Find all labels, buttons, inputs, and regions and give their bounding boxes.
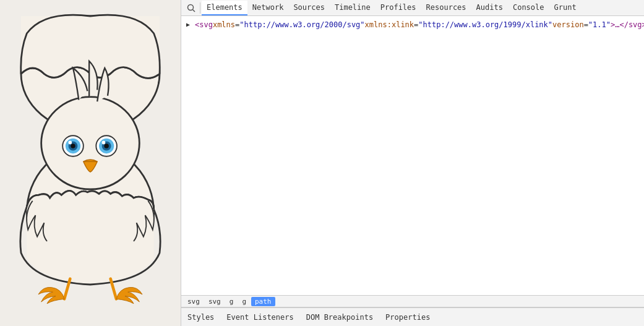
breadcrumb-g-1[interactable]: g	[226, 297, 238, 306]
tab-network[interactable]: Network	[247, 1, 289, 15]
breadcrumb-svg-1[interactable]: svg	[184, 297, 204, 306]
toolbar-separator	[200, 2, 200, 14]
svg-point-2	[41, 97, 140, 189]
breadcrumb-path[interactable]: path	[251, 297, 275, 306]
bottom-tab-styles[interactable]: Styles	[184, 311, 218, 324]
bottom-tab-dom-breakpoints[interactable]: DOM Breakpoints	[303, 311, 377, 324]
tab-profiles[interactable]: Profiles	[376, 1, 421, 15]
svg-point-11	[104, 144, 108, 148]
xml-tag-name: svg	[199, 19, 213, 30]
devtools-panel: Elements Network Sources Timeline Profil…	[181, 0, 644, 326]
svg-point-6	[71, 144, 75, 148]
svg-point-12	[102, 140, 106, 144]
tab-grunt[interactable]: Grunt	[549, 1, 582, 15]
elements-content: ▶ <svg xmlns="http://www.w3.org/2000/svg…	[181, 16, 644, 295]
tab-resources[interactable]: Resources	[421, 1, 471, 15]
expand-triangle[interactable]: ▶	[186, 19, 195, 30]
breadcrumb-svg-2[interactable]: svg	[205, 297, 225, 306]
xml-attr-xmlns-value: "http://www.w3.org/2000/svg"	[239, 19, 364, 30]
breadcrumb-bar: svg svg g g path	[181, 295, 644, 307]
search-icon	[187, 4, 195, 12]
breadcrumb-g-2[interactable]: g	[238, 297, 250, 306]
xml-tag-open: <	[195, 19, 199, 30]
svg-point-16	[188, 4, 194, 10]
search-button[interactable]	[184, 1, 199, 15]
tab-audits[interactable]: Audits	[471, 1, 508, 15]
bottom-tab-properties[interactable]: Properties	[382, 311, 434, 324]
tab-console[interactable]: Console	[508, 1, 549, 15]
xml-attr-version: version	[552, 19, 584, 30]
svg-line-17	[193, 9, 195, 12]
xml-row[interactable]: ▶ <svg xmlns="http://www.w3.org/2000/svg…	[181, 19, 644, 31]
xml-attr-xlink-value: "http://www.w3.org/1999/xlink"	[418, 19, 552, 30]
svg-point-7	[69, 140, 72, 144]
illustration-panel	[0, 0, 181, 326]
devtools-toolbar: Elements Network Sources Timeline Profil…	[181, 0, 644, 16]
xml-attr-xlink: xmlns:xlink	[365, 19, 414, 30]
tab-sources[interactable]: Sources	[288, 1, 330, 15]
tab-timeline[interactable]: Timeline	[330, 1, 376, 15]
bottom-panel: Styles Event Listeners DOM Breakpoints P…	[181, 307, 644, 326]
xml-tag-suffix: >…</svg>	[611, 19, 644, 30]
xml-attr-xmlns: xmlns	[213, 19, 235, 30]
xml-attr-version-value: "1.1"	[588, 19, 611, 30]
bottom-tab-event-listeners[interactable]: Event Listeners	[223, 311, 297, 324]
chick-illustration	[4, 12, 177, 315]
tab-elements[interactable]: Elements	[202, 1, 247, 15]
